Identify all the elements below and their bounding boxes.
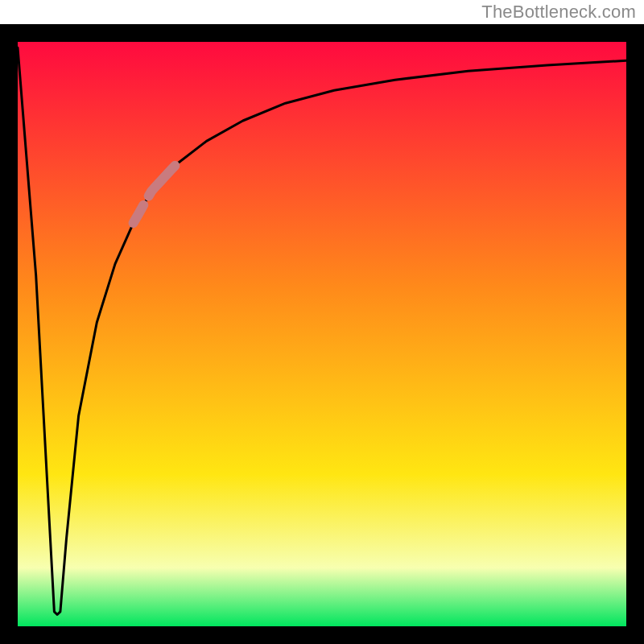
plot-background	[18, 42, 626, 626]
attribution-label: TheBottleneck.com	[481, 2, 636, 23]
bottleneck-chart	[0, 0, 644, 644]
